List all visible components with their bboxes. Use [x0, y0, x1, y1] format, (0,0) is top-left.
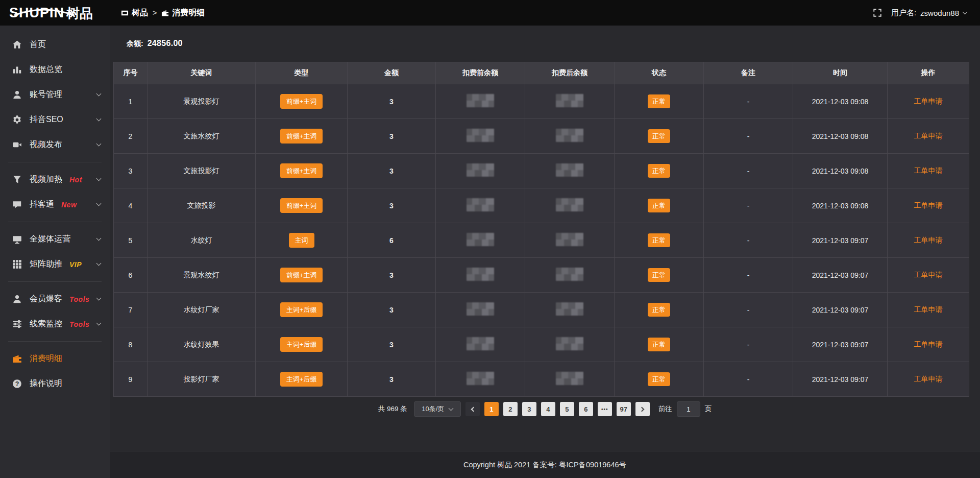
sliders-icon — [12, 319, 22, 329]
ticket-request-link[interactable]: 工单申请 — [914, 375, 943, 383]
cell-type: 前缀+主词 — [256, 258, 348, 293]
cell-balance-before — [436, 223, 525, 258]
cell-action: 工单申请 — [888, 362, 969, 397]
page-size-value: 10条/页 — [422, 404, 444, 414]
cell-balance-before — [436, 119, 525, 154]
type-badge: 主词+后缀 — [280, 372, 323, 387]
chat-icon — [12, 200, 22, 209]
cell-remark: - — [704, 84, 793, 119]
status-badge: 正常 — [648, 303, 670, 317]
ticket-request-link[interactable]: 工单申请 — [914, 201, 943, 209]
cell-status: 正常 — [615, 119, 704, 154]
camera-icon — [12, 140, 22, 150]
redacted-balance — [467, 129, 494, 142]
ticket-request-link[interactable]: 工单申请 — [914, 132, 943, 140]
sidebar-item-home-0[interactable]: 首页 — [0, 32, 110, 57]
sidebar-divider — [8, 341, 102, 342]
main-content: 余额: 24856.00 序号关键词类型金额扣费前余额扣费后余额状态备注时间操作… — [110, 26, 980, 478]
ticket-request-link[interactable]: 工单申请 — [914, 271, 943, 279]
next-page-button[interactable] — [635, 402, 650, 416]
column-header: 序号 — [114, 62, 148, 84]
sidebar-item-label: 操作说明 — [30, 378, 62, 389]
sidebar-item-camera-4[interactable]: 视频发布 — [0, 132, 110, 157]
redacted-balance — [467, 198, 494, 211]
chevron-down-icon — [963, 9, 968, 14]
pagination: 共 969 条 10条/页 123456•••97 前往 页 — [110, 401, 980, 417]
prev-page-button[interactable] — [465, 402, 480, 416]
cell-amount: 3 — [348, 84, 436, 119]
type-badge: 主词+后缀 — [280, 337, 323, 352]
table-row: 5水纹灯主词6正常-2021-12-03 09:07工单申请 — [114, 223, 969, 258]
cell-keyword: 文旅投影 — [148, 188, 256, 223]
page-button-6[interactable]: 6 — [579, 402, 593, 416]
sidebar-item-user-9[interactable]: 会员爆客Tools — [0, 286, 110, 312]
sidebar-item-gear-3[interactable]: 抖音SEO — [0, 107, 110, 132]
sidebar-item-wallet-11[interactable]: 消费明细 — [0, 346, 110, 371]
sidebar-item-grid-8[interactable]: 矩阵助推VIP — [0, 252, 110, 277]
cell-action: 工单申请 — [888, 154, 969, 188]
cell-status: 正常 — [615, 154, 704, 188]
cell-amount: 3 — [348, 327, 436, 362]
grid-icon — [12, 259, 22, 269]
sidebar-item-heat-5[interactable]: 视频加热Hot — [0, 167, 110, 192]
status-badge: 正常 — [648, 164, 670, 178]
page-size-select[interactable]: 10条/页 — [414, 401, 461, 417]
sidebar-item-label: 线索监控 — [30, 319, 62, 329]
chevron-down-icon — [96, 321, 102, 326]
page-ellipsis[interactable]: ••• — [598, 402, 612, 416]
page-button-1[interactable]: 1 — [484, 402, 499, 416]
sidebar-item-monitor-7[interactable]: 全媒体运营 — [0, 227, 110, 252]
goto-unit: 页 — [705, 404, 712, 414]
footer: Copyright 树品 2021 备案号: 粤ICP备09019646号 — [110, 451, 980, 478]
cell-amount: 3 — [348, 188, 436, 223]
redacted-balance — [556, 163, 583, 177]
breadcrumb-current[interactable]: 消费明细 — [161, 8, 205, 18]
ticket-request-link[interactable]: 工单申请 — [914, 305, 943, 314]
cell-status: 正常 — [615, 293, 704, 327]
redacted-balance — [556, 372, 583, 385]
cell-status: 正常 — [615, 258, 704, 293]
cell-action: 工单申请 — [888, 223, 969, 258]
page-button-5[interactable]: 5 — [560, 402, 574, 416]
wallet-icon — [161, 9, 169, 17]
goto-page: 前往 页 — [658, 401, 712, 417]
sidebar-item-badge: New — [61, 201, 77, 209]
question-icon: ? — [12, 379, 22, 389]
table-row: 6景观水纹灯前缀+主词3正常-2021-12-03 09:07工单申请 — [114, 258, 969, 293]
page-button-97[interactable]: 97 — [617, 402, 631, 416]
sidebar-item-chart-1[interactable]: 数据总览 — [0, 57, 110, 82]
type-badge: 主词+后缀 — [280, 302, 323, 317]
sidebar-item-user-2[interactable]: 账号管理 — [0, 82, 110, 107]
breadcrumb-separator: > — [153, 9, 157, 17]
column-header: 扣费前余额 — [436, 62, 525, 84]
page-button-3[interactable]: 3 — [522, 402, 536, 416]
sidebar-item-badge: Tools — [69, 320, 89, 328]
cell-type: 主词+后缀 — [256, 293, 348, 327]
ticket-request-link[interactable]: 工单申请 — [914, 166, 943, 175]
ticket-request-link[interactable]: 工单申请 — [914, 236, 943, 244]
cell-time: 2021-12-03 09:07 — [793, 362, 888, 397]
column-header: 金额 — [348, 62, 436, 84]
column-header: 类型 — [256, 62, 348, 84]
cell-index: 3 — [114, 154, 148, 188]
cell-status: 正常 — [615, 84, 704, 119]
breadcrumb-root[interactable]: 树品 — [121, 8, 148, 18]
cell-balance-after — [525, 293, 615, 327]
cell-time: 2021-12-03 09:08 — [793, 188, 888, 223]
sidebar-item-chat-6[interactable]: 抖客通New — [0, 192, 110, 217]
monitor-icon — [12, 234, 22, 244]
goto-page-input[interactable] — [677, 401, 700, 417]
sidebar-item-sliders-10[interactable]: 线索监控Tools — [0, 312, 110, 337]
page-button-4[interactable]: 4 — [541, 402, 555, 416]
ticket-request-link[interactable]: 工单申请 — [914, 97, 943, 105]
redacted-balance — [467, 233, 494, 246]
fullscreen-icon[interactable] — [873, 8, 882, 17]
app-icon — [121, 9, 129, 17]
page-button-2[interactable]: 2 — [503, 402, 518, 416]
sidebar-item-question-12[interactable]: ?操作说明 — [0, 371, 110, 396]
cell-time: 2021-12-03 09:07 — [793, 223, 888, 258]
user-menu[interactable]: 用户名: zswodun88 — [891, 8, 967, 18]
ticket-request-link[interactable]: 工单申请 — [914, 340, 943, 348]
redacted-balance — [556, 302, 583, 316]
cell-status: 正常 — [615, 327, 704, 362]
